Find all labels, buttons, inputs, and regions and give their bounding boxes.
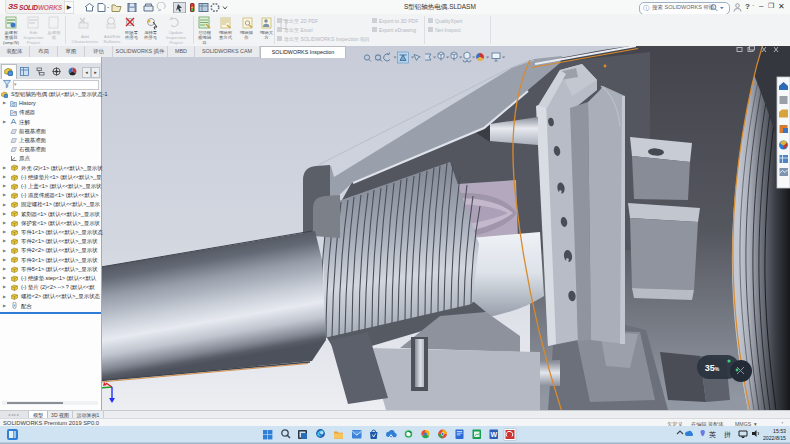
svg-text:2022/8/15: 2022/8/15 [763, 435, 786, 441]
svg-text:W: W [490, 431, 497, 438]
svg-text:15:53: 15:53 [773, 428, 786, 434]
svg-text:英: 英 [709, 431, 716, 439]
svg-text:拼: 拼 [724, 431, 731, 438]
